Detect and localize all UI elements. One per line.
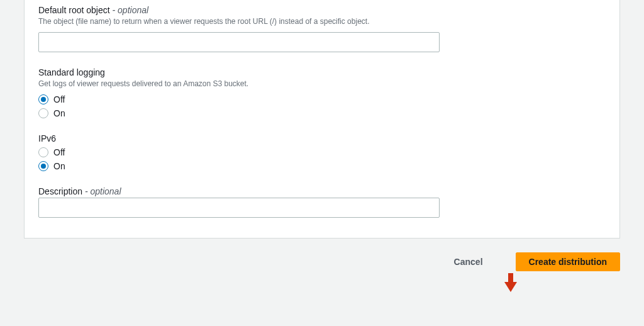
standard-logging-radio-group: Off On xyxy=(38,94,606,118)
radio-icon[interactable] xyxy=(38,94,48,104)
description-label: Description xyxy=(38,186,82,196)
cancel-button[interactable]: Cancel xyxy=(441,253,496,271)
default-root-label: Default root object xyxy=(38,5,110,15)
arrow-down-icon xyxy=(503,272,518,293)
default-root-help: The object (file name) to return when a … xyxy=(38,16,606,27)
ipv6-label: IPv6 xyxy=(38,133,606,143)
radio-icon[interactable] xyxy=(38,147,48,157)
standard-logging-label: Standard logging xyxy=(38,67,606,77)
default-root-optional: - optional xyxy=(113,5,149,15)
settings-card: Default root object - optional The objec… xyxy=(24,0,620,239)
description-label-row: Description - optional xyxy=(38,186,606,196)
standard-logging-help: Get logs of viewer requests delivered to… xyxy=(38,79,606,89)
standard-logging-off-label: Off xyxy=(53,94,65,104)
ipv6-off-label: Off xyxy=(53,147,65,157)
default-root-object-field: Default root object - optional The objec… xyxy=(38,0,606,52)
radio-icon[interactable] xyxy=(38,161,48,171)
standard-logging-on-row[interactable]: On xyxy=(38,108,606,118)
standard-logging-off-row[interactable]: Off xyxy=(38,94,606,104)
description-optional: - optional xyxy=(85,186,121,196)
default-root-label-row: Default root object - optional xyxy=(38,5,606,15)
standard-logging-field: Standard logging Get logs of viewer requ… xyxy=(38,67,606,118)
ipv6-on-row[interactable]: On xyxy=(38,161,606,171)
radio-icon[interactable] xyxy=(38,108,48,118)
description-field: Description - optional xyxy=(38,186,606,218)
ipv6-field: IPv6 Off On xyxy=(38,133,606,171)
footer-actions: Cancel Create distribution xyxy=(0,239,644,271)
ipv6-off-row[interactable]: Off xyxy=(38,147,606,157)
ipv6-radio-group: Off On xyxy=(38,147,606,171)
standard-logging-on-label: On xyxy=(53,108,65,118)
create-distribution-button[interactable]: Create distribution xyxy=(516,252,620,271)
default-root-input[interactable] xyxy=(38,32,440,52)
description-input[interactable] xyxy=(38,198,440,218)
ipv6-on-label: On xyxy=(53,161,65,171)
